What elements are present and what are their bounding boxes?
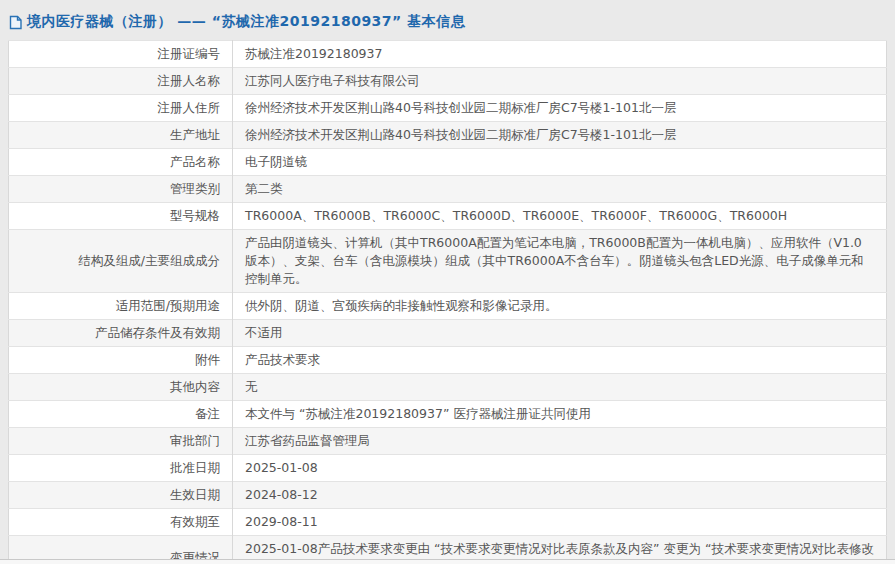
table-row: 备注本文件与 “苏械注准20192180937” 医疗器械注册证共同使用 [9,401,887,428]
table-row: 管理类别第二类 [9,176,887,203]
table-row: 生效日期2024-08-12 [9,482,887,509]
page-header: 境内医疗器械（注册） —— “苏械注准20192180937” 基本信息 [0,0,895,40]
row-label: 产品名称 [9,149,233,176]
row-label: 产品储存条件及有效期 [9,320,233,347]
row-value: 苏械注准20192180937 [233,41,887,68]
row-label: 生效日期 [9,482,233,509]
row-label: 批准日期 [9,455,233,482]
row-label: 有效期至 [9,509,233,536]
row-label: 生产地址 [9,122,233,149]
row-value: 第二类 [233,176,887,203]
table-row: 其他内容无 [9,374,887,401]
row-label: 管理类别 [9,176,233,203]
table-row: 附件产品技术要求 [9,347,887,374]
table-row: 有效期至2029-08-11 [9,509,887,536]
row-label: 其他内容 [9,374,233,401]
row-value: 供外阴、阴道、宫颈疾病的非接触性观察和影像记录用。 [233,293,887,320]
document-icon [9,15,22,30]
row-value: 产品技术要求 [233,347,887,374]
row-label: 附件 [9,347,233,374]
table-row: 型号规格TR6000A、TR6000B、TR6000C、TR6000D、TR60… [9,203,887,230]
table-row: 产品储存条件及有效期不适用 [9,320,887,347]
table-row: 产品名称电子阴道镜 [9,149,887,176]
table-row: 生产地址徐州经济技术开发区荆山路40号科技创业园二期标准厂房C7号楼1-101北… [9,122,887,149]
row-value: 2029-08-11 [233,509,887,536]
row-value: 徐州经济技术开发区荆山路40号科技创业园二期标准厂房C7号楼1-101北一层 [233,122,887,149]
row-label: 适用范围/预期用途 [9,293,233,320]
row-value: 不适用 [233,320,887,347]
table-row: 批准日期2025-01-08 [9,455,887,482]
table-row: 结构及组成/主要组成成分产品由阴道镜头、计算机（其中TR6000A配置为笔记本电… [9,230,887,293]
registration-info-table: 注册证编号苏械注准20192180937注册人名称江苏同人医疗电子科技有限公司注… [8,40,887,564]
row-value: 江苏同人医疗电子科技有限公司 [233,68,887,95]
table-row: 注册证编号苏械注准20192180937 [9,41,887,68]
row-value: 江苏省药品监督管理局 [233,428,887,455]
row-label: 注册人住所 [9,95,233,122]
row-label: 注册证编号 [9,41,233,68]
row-value: 电子阴道镜 [233,149,887,176]
row-label: 注册人名称 [9,68,233,95]
row-value: 2025-01-08 [233,455,887,482]
row-label: 审批部门 [9,428,233,455]
page: 境内医疗器械（注册） —— “苏械注准20192180937” 基本信息 注册证… [0,0,895,564]
row-value: 产品由阴道镜头、计算机（其中TR6000A配置为笔记本电脑，TR6000B配置为… [233,230,887,293]
row-value: 无 [233,374,887,401]
table-row: 审批部门江苏省药品监督管理局 [9,428,887,455]
row-label: 结构及组成/主要组成成分 [9,230,233,293]
footer-divider [0,559,895,564]
row-label: 备注 [9,401,233,428]
row-value: 2024-08-12 [233,482,887,509]
table-row: 注册人名称江苏同人医疗电子科技有限公司 [9,68,887,95]
row-label: 型号规格 [9,203,233,230]
table-row: 注册人住所徐州经济技术开发区荆山路40号科技创业园二期标准厂房C7号楼1-101… [9,95,887,122]
row-value: 本文件与 “苏械注准20192180937” 医疗器械注册证共同使用 [233,401,887,428]
row-value: 徐州经济技术开发区荆山路40号科技创业园二期标准厂房C7号楼1-101北一层 [233,95,887,122]
table-row: 适用范围/预期用途供外阴、阴道、宫颈疾病的非接触性观察和影像记录用。 [9,293,887,320]
row-value: TR6000A、TR6000B、TR6000C、TR6000D、TR6000E、… [233,203,887,230]
page-title: 境内医疗器械（注册） —— “苏械注准20192180937” 基本信息 [27,13,465,31]
